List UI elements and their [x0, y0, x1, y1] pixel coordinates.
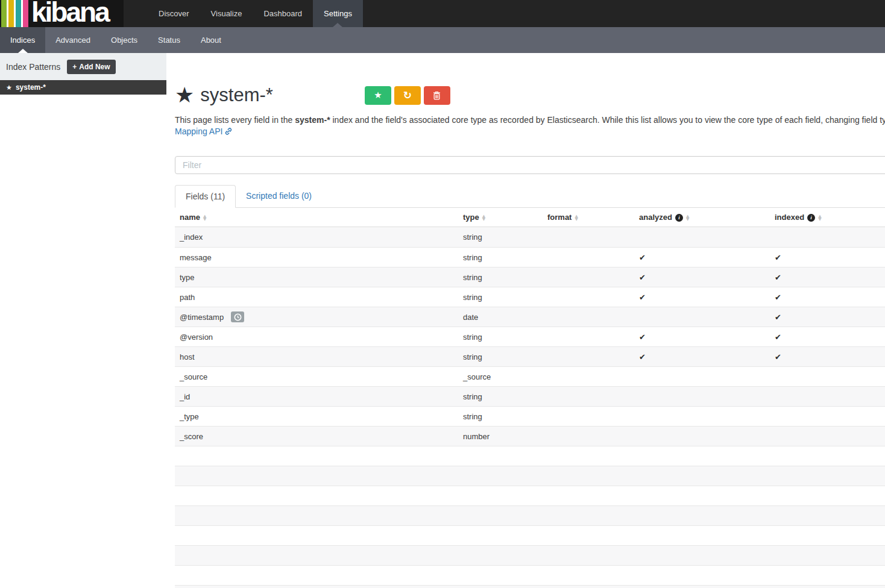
field-analyzed-cell: ✔: [634, 253, 770, 262]
kibana-logo-stripes-icon: [1, 0, 28, 27]
field-name-cell: _id: [175, 392, 458, 401]
field-indexed-cell: ✔: [770, 333, 885, 342]
page-description: This page lists every field in the syste…: [175, 114, 885, 137]
field-name-cell: host: [175, 352, 458, 361]
top-nav-item-visualize[interactable]: Visualize: [200, 0, 253, 27]
field-name: _type: [180, 412, 199, 421]
empty-table-row: [175, 585, 885, 588]
sort-down-icon: ▼: [686, 218, 689, 221]
column-label: analyzed: [639, 213, 672, 222]
field-type-cell: number: [458, 432, 543, 441]
info-icon[interactable]: i: [675, 214, 683, 222]
sort-icon: ▲▼: [818, 215, 821, 221]
column-header-analyzed[interactable]: analyzedi▲▼: [634, 208, 770, 227]
field-analyzed-cell: ✔: [634, 352, 770, 361]
mapping-api-link[interactable]: Mapping API: [175, 127, 222, 136]
field-type-cell: date: [458, 313, 543, 322]
add-new-label: Add New: [79, 63, 110, 71]
add-new-index-pattern-button[interactable]: +Add New: [67, 60, 115, 74]
field-indexed-cell: ✔: [770, 273, 885, 282]
field-name-cell: _index: [175, 233, 458, 242]
brand-stripe: [8, 0, 14, 27]
tab-fields-11[interactable]: Fields (11): [175, 185, 236, 208]
column-label: format: [547, 213, 572, 222]
description-line: This page lists every field in the syste…: [175, 114, 885, 125]
sub-nav-item-about[interactable]: About: [191, 27, 231, 53]
field-type-cell: string: [458, 352, 543, 361]
field-type-cell: string: [458, 273, 543, 282]
sort-down-icon: ▼: [575, 218, 578, 221]
fields-tabs: Fields (11)Scripted fields (0): [175, 185, 885, 208]
top-nav-item-settings[interactable]: Settings: [313, 0, 363, 27]
sidebar-header: Index Patterns +Add New: [0, 53, 166, 80]
top-nav-item-discover[interactable]: Discover: [148, 0, 200, 27]
column-header-format[interactable]: format▲▼: [543, 208, 634, 227]
field-name: _source: [180, 372, 207, 381]
field-name-cell: @version: [175, 333, 458, 342]
fields-table-body: _indexstringmessagestring✔✔typestring✔✔p…: [175, 227, 885, 588]
page-title: system-*: [200, 84, 273, 106]
field-name: _index: [180, 233, 203, 242]
brand-name: kibana: [31, 0, 109, 27]
sort-icon: ▲▼: [203, 215, 206, 221]
time-field-badge: [231, 311, 244, 322]
star-icon: ★: [374, 90, 382, 101]
sort-down-icon: ▼: [482, 218, 485, 221]
sort-icon: ▲▼: [686, 215, 689, 221]
field-indexed-cell: ✔: [770, 293, 885, 302]
column-header-indexed[interactable]: indexedi▲▼: [770, 208, 885, 227]
kibana-logo: kibana: [0, 0, 124, 27]
field-name-cell: _type: [175, 412, 458, 421]
index-pattern-item[interactable]: ★ system-*: [0, 80, 166, 95]
set-default-index-button[interactable]: ★: [365, 86, 391, 105]
column-label: name: [180, 213, 200, 222]
field-analyzed-cell: ✔: [634, 273, 770, 282]
refresh-fields-button[interactable]: ↻: [394, 86, 421, 105]
column-header-name[interactable]: name▲▼: [175, 208, 458, 227]
field-name-cell: message: [175, 253, 458, 262]
top-bar: kibana DiscoverVisualizeDashboardSetting…: [0, 0, 885, 27]
table-row: hoststring✔✔: [175, 346, 885, 366]
empty-table-row: [175, 545, 885, 565]
field-name: type: [180, 273, 195, 282]
field-name: _score: [180, 432, 203, 441]
table-row: typestring✔✔: [175, 267, 885, 287]
tab-scripted-fields-0[interactable]: Scripted fields (0): [236, 185, 322, 208]
filter-input[interactable]: [175, 156, 885, 174]
empty-table-row: [175, 525, 885, 545]
field-name: @timestamp: [180, 313, 224, 322]
index-pattern-name: system-*: [16, 83, 46, 92]
field-name: @version: [180, 333, 213, 342]
info-icon[interactable]: i: [807, 214, 815, 222]
title-row: ★ system-* ★ ↻: [175, 84, 885, 106]
empty-table-row: [175, 466, 885, 486]
field-type-cell: string: [458, 233, 543, 242]
sort-down-icon: ▼: [818, 218, 821, 221]
field-name: host: [180, 352, 195, 361]
fields-table: name▲▼type▲▼format▲▼analyzedi▲▼indexedi▲…: [175, 208, 885, 588]
delete-index-pattern-button[interactable]: [424, 86, 450, 105]
field-name-cell: @timestamp: [175, 311, 458, 322]
field-type-cell: string: [458, 253, 543, 262]
field-indexed-cell: ✔: [770, 253, 885, 262]
field-name-cell: _score: [175, 432, 458, 441]
brand-stripe: [1, 0, 7, 27]
sub-nav-item-indices[interactable]: Indices: [0, 27, 45, 53]
table-row: _idstring: [175, 386, 885, 406]
table-row: messagestring✔✔: [175, 247, 885, 267]
field-indexed-cell: ✔: [770, 352, 885, 361]
table-row: pathstring✔✔: [175, 287, 885, 307]
field-type-cell: string: [458, 293, 543, 302]
top-nav-item-dashboard[interactable]: Dashboard: [253, 0, 313, 27]
field-analyzed-cell: ✔: [634, 293, 770, 302]
field-name-cell: type: [175, 273, 458, 282]
field-analyzed-cell: ✔: [634, 333, 770, 342]
sub-nav-item-objects[interactable]: Objects: [101, 27, 148, 53]
refresh-icon: ↻: [403, 89, 412, 101]
sub-nav-item-advanced[interactable]: Advanced: [45, 27, 101, 53]
column-header-type[interactable]: type▲▼: [458, 208, 543, 227]
sub-nav-item-status[interactable]: Status: [148, 27, 191, 53]
field-type-cell: string: [458, 333, 543, 342]
default-index-star-icon: ★: [175, 84, 194, 106]
sort-icon: ▲▼: [575, 215, 578, 221]
